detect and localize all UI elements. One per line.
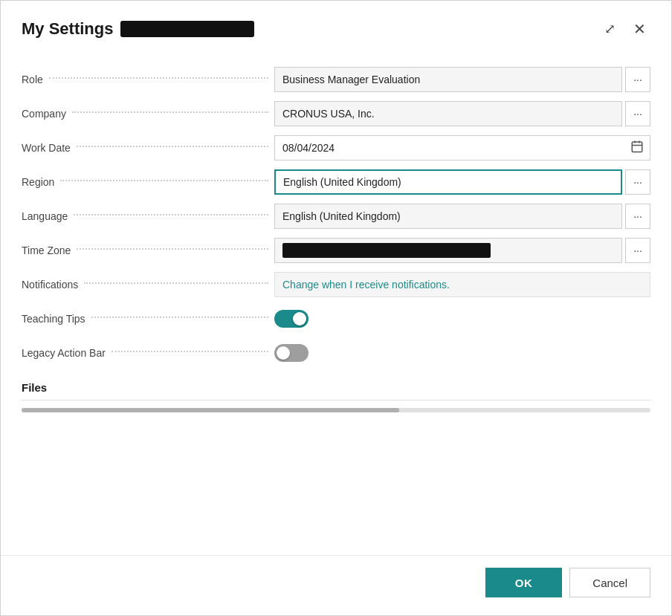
company-row: Company ··· xyxy=(22,97,650,130)
role-field: ··· xyxy=(274,67,650,92)
legacy-action-bar-toggle[interactable] xyxy=(274,344,308,362)
teaching-tips-label: Teaching Tips xyxy=(22,313,85,325)
company-field: ··· xyxy=(274,101,650,126)
company-label: Company xyxy=(22,108,66,120)
teaching-tips-field xyxy=(274,310,650,328)
legacy-action-bar-row: Legacy Action Bar xyxy=(22,337,650,369)
work-date-wrapper[interactable]: 08/04/2024 xyxy=(274,135,650,161)
expand-button[interactable]: ⤢ xyxy=(600,18,620,40)
company-ellipsis-button[interactable]: ··· xyxy=(625,101,650,126)
close-button[interactable]: ✕ xyxy=(629,17,650,41)
region-field: ··· xyxy=(274,169,650,195)
role-dotted-line xyxy=(49,77,268,79)
company-dotted-line xyxy=(72,111,268,113)
work-date-label-wrapper: Work Date xyxy=(22,142,274,154)
region-ellipsis-button[interactable]: ··· xyxy=(625,169,650,195)
legacy-action-bar-dotted-line xyxy=(112,351,268,352)
work-date-label: Work Date xyxy=(22,142,71,154)
work-date-dotted-line xyxy=(77,146,268,147)
role-input[interactable] xyxy=(274,67,622,92)
role-row: Role ··· xyxy=(22,63,650,96)
files-section-title: Files xyxy=(22,381,650,394)
time-zone-ellipsis-icon: ··· xyxy=(633,244,642,256)
teaching-tips-dotted-line xyxy=(91,317,268,318)
time-zone-ellipsis-button[interactable]: ··· xyxy=(625,238,650,263)
legacy-action-bar-field xyxy=(274,344,650,362)
role-ellipsis-button[interactable]: ··· xyxy=(625,67,650,92)
role-ellipsis-icon: ··· xyxy=(633,74,642,85)
cancel-button[interactable]: Cancel xyxy=(569,568,650,597)
notifications-label-wrapper: Notifications xyxy=(22,279,274,291)
language-label-wrapper: Language xyxy=(22,210,274,222)
work-date-value: 08/04/2024 xyxy=(275,142,624,154)
role-label: Role xyxy=(22,74,43,85)
company-input[interactable] xyxy=(274,101,622,126)
title-redacted xyxy=(120,21,254,37)
teaching-tips-label-wrapper: Teaching Tips xyxy=(22,313,274,325)
teaching-tips-toggle-thumb xyxy=(293,312,306,325)
teaching-tips-row: Teaching Tips xyxy=(22,302,650,335)
legacy-action-bar-toggle-thumb xyxy=(277,346,290,360)
ok-button[interactable]: OK xyxy=(485,568,563,597)
time-zone-value-wrapper xyxy=(274,238,622,263)
dialog-body: Role ··· Company ··· xyxy=(1,48,671,555)
legacy-action-bar-label: Legacy Action Bar xyxy=(22,347,106,359)
title-text: My Settings xyxy=(22,19,113,39)
role-label-wrapper: Role xyxy=(22,74,274,85)
notifications-dotted-line xyxy=(84,282,268,284)
svg-rect-0 xyxy=(632,142,642,152)
teaching-tips-toggle-wrapper xyxy=(274,310,308,328)
company-ellipsis-icon: ··· xyxy=(633,108,642,120)
language-field: ··· xyxy=(274,204,650,229)
time-zone-redacted xyxy=(282,243,491,258)
time-zone-label-wrapper: Time Zone xyxy=(22,244,274,256)
scrollbar-thumb xyxy=(22,408,399,412)
legacy-action-bar-label-wrapper: Legacy Action Bar xyxy=(22,347,274,359)
expand-icon: ⤢ xyxy=(604,21,616,37)
language-input[interactable] xyxy=(274,204,622,229)
notifications-row: Notifications Change when I receive noti… xyxy=(22,268,650,301)
language-ellipsis-button[interactable]: ··· xyxy=(625,204,650,229)
calendar-icon[interactable] xyxy=(624,140,650,156)
legacy-action-bar-toggle-wrapper xyxy=(274,344,308,362)
work-date-field: 08/04/2024 xyxy=(274,135,650,161)
region-row: Region ··· xyxy=(22,166,650,198)
language-row: Language ··· xyxy=(22,200,650,233)
settings-dialog: My Settings ⤢ ✕ Role ··· xyxy=(0,0,672,616)
notifications-field: Change when I receive notifications. xyxy=(274,272,650,297)
company-label-wrapper: Company xyxy=(22,108,274,120)
dialog-title: My Settings xyxy=(22,19,254,39)
time-zone-field: ··· xyxy=(274,238,650,263)
region-label-wrapper: Region xyxy=(22,176,274,188)
notifications-label: Notifications xyxy=(22,279,78,291)
notifications-link[interactable]: Change when I receive notifications. xyxy=(274,272,650,297)
close-icon: ✕ xyxy=(633,20,646,38)
teaching-tips-toggle[interactable] xyxy=(274,310,308,328)
notifications-link-text: Change when I receive notifications. xyxy=(282,279,450,291)
language-ellipsis-icon: ··· xyxy=(633,210,642,222)
language-label: Language xyxy=(22,210,68,222)
dialog-header: My Settings ⤢ ✕ xyxy=(1,1,671,48)
files-divider xyxy=(22,400,650,401)
language-dotted-line xyxy=(74,214,268,215)
region-dotted-line xyxy=(60,180,268,181)
horizontal-scrollbar[interactable] xyxy=(22,408,650,412)
region-input[interactable] xyxy=(274,169,622,195)
work-date-row: Work Date 08/04/2024 xyxy=(22,132,650,164)
time-zone-dotted-line xyxy=(77,248,268,250)
time-zone-row: Time Zone ··· xyxy=(22,234,650,267)
time-zone-label: Time Zone xyxy=(22,244,71,256)
region-label: Region xyxy=(22,176,54,188)
region-ellipsis-icon: ··· xyxy=(633,176,642,188)
dialog-header-actions: ⤢ ✕ xyxy=(600,17,650,41)
dialog-footer: OK Cancel xyxy=(1,555,671,615)
